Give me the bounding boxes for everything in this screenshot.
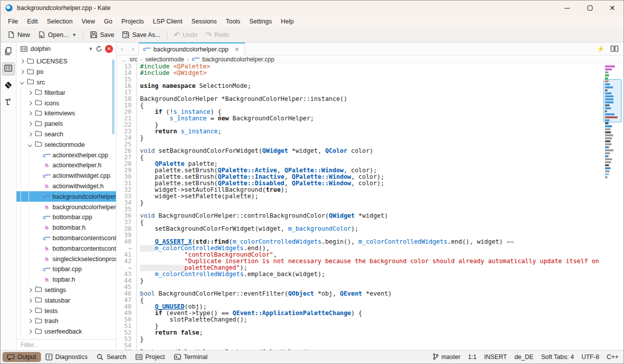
menu-file[interactable]: File (4, 16, 22, 26)
statusbar-value: 1:1 (468, 354, 476, 361)
undo-button[interactable]: ↶Undo (170, 29, 202, 41)
menu-settings[interactable]: Settings (245, 16, 276, 26)
sidebar-tool-git[interactable] (2, 79, 15, 92)
chevron-collapsed-icon[interactable] (18, 58, 26, 65)
tree-item-actiontexthelper-cpp[interactable]: c⁺⁺actiontexthelper.cpp (16, 150, 116, 160)
tree-item-tests[interactable]: tests (16, 306, 116, 316)
statusbar-utf-8[interactable]: UTF-8 (582, 354, 599, 361)
open-button[interactable]: Open...▼ (34, 29, 80, 40)
chevron-collapsed-icon[interactable] (26, 297, 34, 304)
menu-lsp-client[interactable]: LSP Client (148, 16, 187, 26)
chevron-collapsed-icon[interactable] (26, 131, 34, 138)
breadcrumb-ellipsis[interactable]: ... (122, 56, 126, 63)
sidebar-tool-projects[interactable] (2, 62, 15, 75)
chevron-collapsed-icon[interactable] (26, 100, 34, 107)
statusbar-soft-tabs-4[interactable]: Soft Tabs: 4 (541, 354, 574, 361)
tree-item-kitemviews[interactable]: kitemviews (16, 108, 116, 119)
menu-projects[interactable]: Projects (117, 16, 148, 26)
statusbar-output-button[interactable]: Output (2, 352, 41, 362)
tree-item-search[interactable]: search (16, 129, 116, 140)
breadcrumb-file[interactable]: backgroundcolorhelper.cpp (202, 56, 274, 63)
chevron-collapsed-icon[interactable] (26, 287, 34, 294)
refresh-project-button[interactable] (96, 45, 102, 52)
tree-item-bottombarcontentscont-[interactable]: c⁺⁺bottombarcontentscont... (16, 233, 116, 244)
tree-item-icons[interactable]: icons (16, 98, 116, 108)
redo-button[interactable]: ↷Redo (202, 29, 233, 41)
breadcrumb-segment-selectionmode[interactable]: selectionmode (146, 56, 184, 63)
menu-go[interactable]: Go (100, 16, 117, 26)
tree-scrollbar[interactable] (112, 59, 114, 134)
chevron-expanded-icon[interactable] (26, 141, 34, 148)
chevron-collapsed-icon[interactable] (26, 110, 34, 117)
tree-item-selectionmode[interactable]: selectionmode (16, 139, 116, 150)
project-selector[interactable]: dolphin ▼ (20, 45, 93, 52)
minimize-button[interactable] (556, 0, 578, 15)
tab-backgroundcolorhelper[interactable]: c⁺⁺ backgroundcolorhelper.cpp ✕ (138, 42, 245, 55)
menu-sessions[interactable]: Sessions (187, 16, 222, 26)
tree-item-src[interactable]: src (16, 77, 116, 88)
tree-item-licenses[interactable]: LICENSES (16, 56, 116, 67)
nav-back-button[interactable]: ‹ (116, 45, 128, 53)
tree-item-bottombarcontentscont-[interactable]: hbottombarcontentscont... (16, 243, 116, 254)
tree-item-label: backgroundcolorhelper.h (52, 204, 116, 211)
tree-item-filterbar[interactable]: filterbar (16, 87, 116, 98)
save-as-button[interactable]: Save As... (118, 29, 164, 40)
tree-item-bottombar-cpp[interactable]: c⁺⁺bottombar.cpp (16, 212, 116, 223)
tree-item-singleclickselectionproxy-[interactable]: hsingleclickselectionproxy... (16, 254, 116, 264)
tree-item-backgroundcolorhelper-c-[interactable]: c⁺⁺backgroundcolorhelper.c... (16, 191, 116, 202)
chevron-collapsed-icon[interactable] (18, 68, 26, 75)
chevron-collapsed-icon[interactable] (26, 120, 34, 127)
maximize-button[interactable] (578, 0, 601, 15)
sidebar-tool-symbols[interactable] (2, 96, 15, 109)
lsp-quick-action-icon[interactable]: ⚡ (597, 45, 604, 52)
tree-item-userfeedback[interactable]: userfeedback (16, 327, 116, 337)
tree-item-po[interactable]: po (16, 67, 116, 77)
gutter-separator (136, 323, 137, 330)
menu-view[interactable]: View (77, 16, 100, 26)
chevron-collapsed-icon[interactable] (26, 318, 34, 325)
tree-item-backgroundcolorhelper-h[interactable]: hbackgroundcolorhelper.h (16, 202, 116, 212)
sidebar-tool-documents[interactable] (2, 45, 15, 58)
menu-edit[interactable]: Edit (22, 16, 42, 26)
menu-selection[interactable]: Selection (42, 16, 77, 26)
tree-item-trash[interactable]: trash (16, 316, 116, 327)
gutter-separator (136, 258, 137, 265)
statusbar-search-button[interactable]: Search (92, 352, 131, 362)
statusbar-insert[interactable]: INSERT (484, 354, 507, 361)
tree-item-bottombar-h[interactable]: hbottombar.h (16, 223, 116, 233)
new-button[interactable]: New (4, 29, 34, 40)
tree-item-topbar-h[interactable]: htopbar.h (16, 275, 116, 285)
statusbar-master[interactable]: master (432, 353, 460, 362)
statusbar-de-de[interactable]: de_DE (514, 354, 534, 361)
breadcrumb-segment-src[interactable]: src (130, 56, 138, 63)
close-panel-button[interactable]: ✕ (105, 45, 113, 53)
tree-indent-guide (20, 212, 24, 223)
statusbar-1-1[interactable]: 1:1 (468, 354, 476, 361)
code-editor[interactable]: 13#include <QPalette>14#include <QWidget… (116, 63, 624, 350)
chevron-collapsed-icon[interactable] (26, 328, 34, 335)
split-view-icon[interactable] (610, 45, 618, 52)
close-button[interactable]: ✕ (601, 0, 624, 15)
chevron-collapsed-icon[interactable] (26, 89, 34, 96)
minimap-scrollbar[interactable] (604, 64, 622, 350)
statusbar-c-[interactable]: C++ (606, 354, 618, 361)
tree-item-settings[interactable]: settings (16, 285, 116, 296)
menu-help[interactable]: Help (276, 16, 298, 26)
chevron-collapsed-icon[interactable] (26, 308, 34, 315)
minimap-viewport[interactable] (604, 79, 622, 122)
tree-item-actionwithwidget-cpp[interactable]: c⁺⁺actionwithwidget.cpp (16, 171, 116, 181)
nav-forward-button[interactable]: › (128, 45, 138, 53)
tab-close-icon[interactable]: ✕ (234, 46, 240, 53)
statusbar-diagnostics-button[interactable]: Diagnostics (41, 352, 92, 362)
save-button[interactable]: Save (86, 29, 118, 40)
tree-item-topbar-cpp[interactable]: c⁺⁺topbar.cpp (16, 264, 116, 275)
tree-item-statusbar[interactable]: statusbar (16, 295, 116, 306)
menu-tools[interactable]: Tools (221, 16, 244, 26)
tree-item-actiontexthelper-h[interactable]: hactiontexthelper.h (16, 160, 116, 171)
statusbar-project-button[interactable]: Project (131, 352, 170, 362)
filter-input[interactable] (16, 340, 116, 350)
statusbar-terminal-button[interactable]: Terminal (170, 352, 212, 362)
chevron-expanded-icon[interactable] (18, 79, 26, 86)
tree-item-panels[interactable]: panels (16, 119, 116, 129)
tree-item-actionwithwidget-h[interactable]: hactionwithwidget.h (16, 181, 116, 192)
